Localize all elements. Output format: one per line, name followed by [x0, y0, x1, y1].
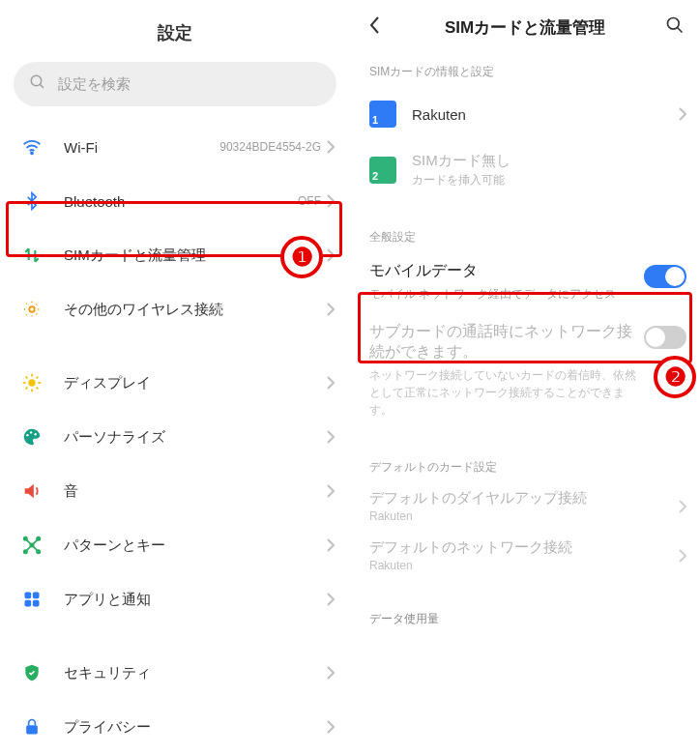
svg-rect-24 — [33, 600, 40, 607]
mobile-data-row[interactable]: モバイルデータ モバイル ネットワーク経由でデータにアクセス — [350, 251, 700, 312]
settings-item-display[interactable]: ディスプレイ — [0, 356, 350, 410]
lock-icon — [21, 716, 43, 738]
annotation-badge-1: ❶ — [280, 236, 323, 278]
chevron-right-icon — [679, 500, 686, 513]
svg-point-3 — [29, 306, 35, 312]
subcard-toggle — [644, 326, 686, 349]
chevron-right-icon — [327, 666, 335, 680]
chevron-right-icon — [327, 430, 335, 444]
chevron-right-icon — [327, 140, 335, 154]
settings-item-privacy[interactable]: プライバシー — [0, 700, 350, 754]
chevron-right-icon — [327, 376, 335, 390]
chevron-right-icon — [679, 549, 686, 563]
chevron-right-icon — [679, 107, 686, 121]
page-title: 設定 — [0, 0, 350, 62]
search-button[interactable] — [661, 15, 688, 39]
svg-point-0 — [31, 75, 42, 86]
svg-rect-22 — [33, 593, 40, 599]
svg-rect-25 — [26, 725, 38, 734]
settings-item-bluetooth[interactable]: Bluetooth OFF — [0, 174, 350, 228]
svg-point-20 — [37, 550, 40, 553]
sim-slot-2[interactable]: 2 SIMカード無し カードを挿入可能 — [350, 142, 700, 198]
chevron-right-icon — [327, 484, 335, 498]
settings-item-personalize[interactable]: パーソナライズ — [0, 410, 350, 464]
back-button[interactable] — [362, 15, 389, 39]
shield-icon — [21, 662, 43, 683]
svg-point-17 — [37, 537, 40, 540]
svg-point-19 — [24, 550, 27, 553]
svg-line-9 — [26, 377, 28, 379]
sim1-icon: 1 — [369, 101, 396, 128]
svg-point-13 — [26, 434, 28, 436]
svg-point-2 — [31, 153, 33, 155]
chevron-right-icon — [327, 248, 335, 262]
sound-icon — [21, 480, 43, 502]
wifi-icon — [21, 136, 43, 158]
chevron-right-icon — [327, 720, 335, 734]
data-transfer-icon — [21, 245, 43, 266]
section-general: 全般設定 — [350, 219, 700, 251]
settings-item-sound[interactable]: 音 — [0, 464, 350, 518]
subcard-row: サブカードの通話時にネットワーク接続ができます。 ネットワーク接続していないカー… — [350, 312, 700, 428]
svg-point-4 — [28, 379, 35, 386]
sim2-icon: 2 — [369, 157, 396, 184]
sim-slot-1[interactable]: 1 Rakuten — [350, 86, 700, 142]
mobile-data-toggle[interactable] — [644, 265, 686, 288]
settings-item-wireless[interactable]: その他のワイヤレス接続 — [0, 282, 350, 336]
default-dial-row[interactable]: デフォルトのダイヤルアップ接続 Rakuten — [350, 481, 700, 531]
svg-rect-23 — [25, 600, 32, 607]
svg-point-14 — [30, 431, 32, 433]
section-sim-info: SIMカードの情報と設定 — [350, 54, 700, 86]
svg-line-1 — [40, 84, 44, 88]
pattern-icon — [21, 535, 43, 556]
svg-line-12 — [37, 377, 39, 379]
settings-pane: 設定 設定を検索 Wi-Fi 90324BDE4554-2G Bluetooth… — [0, 0, 350, 754]
page-title: SIMカードと流量管理 — [389, 16, 661, 39]
chevron-right-icon — [327, 194, 335, 208]
section-data-usage: データ使用量 — [350, 601, 700, 633]
sim-settings-pane: SIMカードと流量管理 SIMカードの情報と設定 1 Rakuten 2 SIM… — [350, 0, 700, 754]
chevron-right-icon — [327, 593, 335, 606]
chevron-right-icon — [327, 538, 335, 552]
wireless-icon — [21, 299, 43, 320]
annotation-badge-2: ❷ — [654, 356, 696, 398]
apps-icon — [21, 589, 43, 610]
settings-item-security[interactable]: セキュリティ — [0, 646, 350, 700]
svg-line-28 — [678, 28, 683, 33]
svg-point-15 — [34, 433, 36, 435]
section-default-card: デフォルトのカード設定 — [350, 450, 700, 481]
search-icon — [29, 73, 46, 95]
svg-line-10 — [37, 388, 39, 390]
svg-line-11 — [26, 388, 28, 390]
search-input[interactable]: 設定を検索 — [14, 62, 336, 106]
bluetooth-icon — [21, 190, 43, 212]
search-placeholder: 設定を検索 — [58, 75, 131, 94]
settings-item-pattern[interactable]: パターンとキー — [0, 518, 350, 572]
settings-item-wifi[interactable]: Wi-Fi 90324BDE4554-2G — [0, 120, 350, 174]
header: SIMカードと流量管理 — [350, 0, 700, 54]
palette-icon — [21, 426, 43, 448]
chevron-right-icon — [327, 303, 335, 316]
svg-point-16 — [24, 537, 27, 540]
default-net-row[interactable]: デフォルトのネットワーク接続 Rakuten — [350, 531, 700, 580]
svg-point-27 — [668, 18, 680, 30]
svg-point-18 — [30, 543, 33, 546]
settings-item-apps[interactable]: アプリと通知 — [0, 572, 350, 626]
brightness-icon — [21, 372, 43, 393]
svg-rect-21 — [25, 593, 32, 599]
settings-list: Wi-Fi 90324BDE4554-2G Bluetooth OFF SIMカ… — [0, 120, 350, 754]
